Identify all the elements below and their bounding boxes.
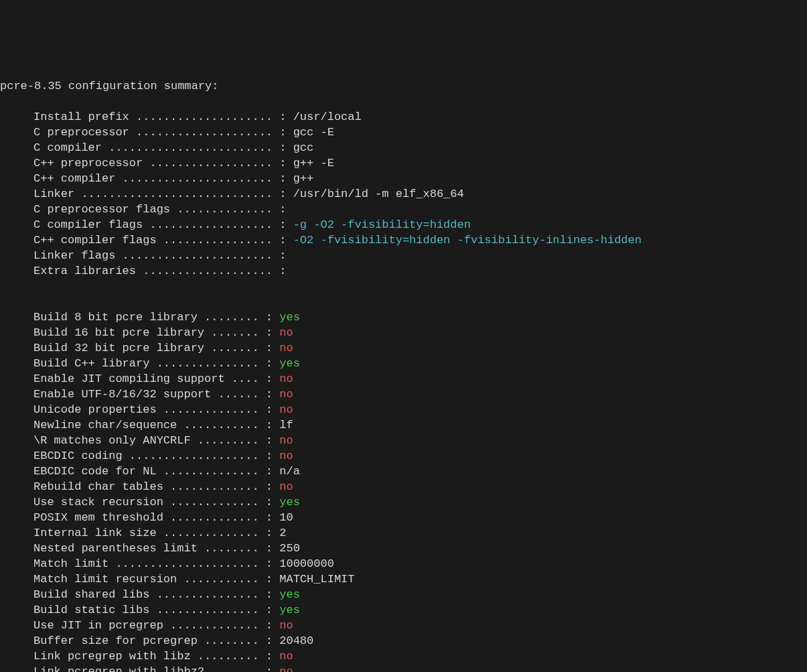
compiler-label: C preprocessor flags .............. : (33, 203, 286, 216)
compiler-value: -O2 -fvisibility=hidden -fvisibility-inl… (293, 234, 642, 247)
option-row: Enable JIT compiling support .... : no (0, 371, 807, 387)
option-value: no (279, 650, 293, 663)
option-value: yes (279, 604, 300, 616)
option-label: Link pcregrep with libz ......... : (33, 650, 273, 663)
option-row: EBCDIC coding ................... : no (0, 448, 807, 464)
compiler-label: C compiler ........................ : (33, 141, 286, 154)
option-value: 10 (279, 511, 293, 524)
config-header: pcre-8.35 configuration summary: (0, 80, 218, 92)
option-value: 20480 (279, 634, 313, 647)
option-row: Unicode properties .............. : no (0, 402, 807, 417)
option-value: no (279, 480, 293, 493)
compiler-label: Linker ............................ : (33, 188, 286, 200)
option-value: no (279, 665, 293, 672)
option-label: Build shared libs ............... : (33, 588, 273, 601)
compiler-value: g++ -E (293, 157, 334, 170)
option-row: \R matches only ANYCRLF ......... : no (0, 433, 807, 448)
option-value: MATCH_LIMIT (279, 573, 354, 586)
compiler-row: C compiler flags .................. : -g… (0, 217, 807, 232)
compiler-value: /usr/local (293, 111, 362, 123)
option-label: Enable JIT compiling support .... : (33, 373, 273, 385)
compiler-row: C++ preprocessor .................. : g+… (0, 155, 807, 171)
compiler-label: C++ preprocessor .................. : (33, 157, 286, 170)
option-value: no (279, 388, 293, 401)
config-section-options: Build 8 bit pcre library ........ : yesB… (0, 310, 807, 672)
option-label: Newline char/sequence ........... : (33, 419, 273, 431)
option-label: Link pcregrep with libbz2 ....... : (33, 665, 273, 672)
option-value: no (279, 373, 293, 385)
option-value: no (279, 342, 293, 354)
option-row: Build 32 bit pcre library ....... : no (0, 340, 807, 356)
option-label: Use stack recursion ............. : (33, 496, 273, 509)
option-value: yes (279, 588, 300, 601)
option-label: Enable UTF-8/16/32 support ...... : (33, 388, 273, 401)
compiler-value: /usr/bin/ld -m elf_x86_64 (293, 188, 464, 200)
compiler-value: g++ (293, 172, 314, 185)
option-row: Match limit recursion ........... : MATC… (0, 572, 807, 587)
compiler-row: Linker flags ...................... : (0, 248, 807, 263)
option-row: Nested parentheses limit ........ : 250 (0, 541, 807, 556)
option-label: Rebuild char tables ............. : (33, 480, 273, 493)
terminal-output: pcre-8.35 configuration summary: Install… (0, 63, 807, 672)
option-value: no (279, 434, 293, 447)
option-row: Build C++ library ............... : yes (0, 356, 807, 371)
option-value: lf (279, 419, 293, 431)
option-value: n/a (279, 465, 300, 478)
compiler-value: gcc (293, 141, 314, 154)
option-value: yes (279, 496, 300, 509)
option-value: no (279, 450, 293, 462)
compiler-label: C compiler flags .................. : (33, 218, 286, 231)
option-row: Use JIT in pcregrep ............. : no (0, 618, 807, 633)
compiler-label: Install prefix .................... : (33, 111, 286, 123)
option-value: no (279, 619, 293, 632)
option-value: no (279, 326, 293, 339)
option-value: 10000000 (279, 557, 334, 570)
option-row: Build 8 bit pcre library ........ : yes (0, 310, 807, 325)
option-row: Build shared libs ............... : yes (0, 587, 807, 602)
option-label: Build 16 bit pcre library ....... : (33, 326, 273, 339)
option-row: Enable UTF-8/16/32 support ...... : no (0, 387, 807, 402)
compiler-row: C preprocessor .................... : gc… (0, 125, 807, 140)
option-label: Use JIT in pcregrep ............. : (33, 619, 273, 632)
option-value: yes (279, 311, 300, 324)
option-label: Build 32 bit pcre library ....... : (33, 342, 273, 354)
option-row: Build static libs ............... : yes (0, 602, 807, 618)
option-row: Match limit ..................... : 1000… (0, 556, 807, 572)
option-row: Internal link size .............. : 2 (0, 525, 807, 541)
option-label: Build static libs ............... : (33, 604, 273, 616)
option-value: yes (279, 357, 300, 370)
compiler-value: gcc -E (293, 126, 334, 139)
compiler-row: C preprocessor flags .............. : (0, 202, 807, 217)
option-value: 2 (279, 527, 286, 539)
compiler-row: Install prefix .................... : /u… (0, 109, 807, 125)
option-label: Unicode properties .............. : (33, 403, 273, 416)
compiler-row: C compiler ........................ : gc… (0, 140, 807, 155)
option-label: Build C++ library ............... : (33, 357, 273, 370)
option-value: 250 (279, 542, 300, 555)
compiler-value: -g -O2 -fvisibility=hidden (293, 218, 471, 231)
option-row: Use stack recursion ............. : yes (0, 494, 807, 510)
option-row: Link pcregrep with libz ......... : no (0, 649, 807, 664)
option-label: POSIX mem threshold ............. : (33, 511, 273, 524)
compiler-row: Extra libraries ................... : (0, 263, 807, 279)
compiler-row: C++ compiler flags ................ : -O… (0, 232, 807, 248)
compiler-label: C++ compiler ...................... : (33, 172, 286, 185)
compiler-label: C preprocessor .................... : (33, 126, 286, 139)
compiler-row: C++ compiler ...................... : g+… (0, 171, 807, 186)
option-row: Build 16 bit pcre library ....... : no (0, 325, 807, 340)
compiler-label: C++ compiler flags ................ : (33, 234, 286, 247)
compiler-label: Linker flags ...................... : (33, 249, 286, 262)
option-row: Newline char/sequence ........... : lf (0, 417, 807, 433)
option-row: POSIX mem threshold ............. : 10 (0, 510, 807, 525)
option-label: Internal link size .............. : (33, 527, 273, 539)
option-label: Match limit ..................... : (33, 557, 273, 570)
option-label: EBCDIC coding ................... : (33, 450, 273, 462)
option-label: \R matches only ANYCRLF ......... : (33, 434, 273, 447)
config-section-compiler: Install prefix .................... : /u… (0, 109, 807, 279)
option-row: Buffer size for pcregrep ........ : 2048… (0, 633, 807, 649)
compiler-row: Linker ............................ : /u… (0, 186, 807, 202)
option-row: Link pcregrep with libbz2 ....... : no (0, 664, 807, 672)
option-label: Match limit recursion ........... : (33, 573, 273, 586)
option-label: Build 8 bit pcre library ........ : (33, 311, 273, 324)
option-row: Rebuild char tables ............. : no (0, 479, 807, 494)
